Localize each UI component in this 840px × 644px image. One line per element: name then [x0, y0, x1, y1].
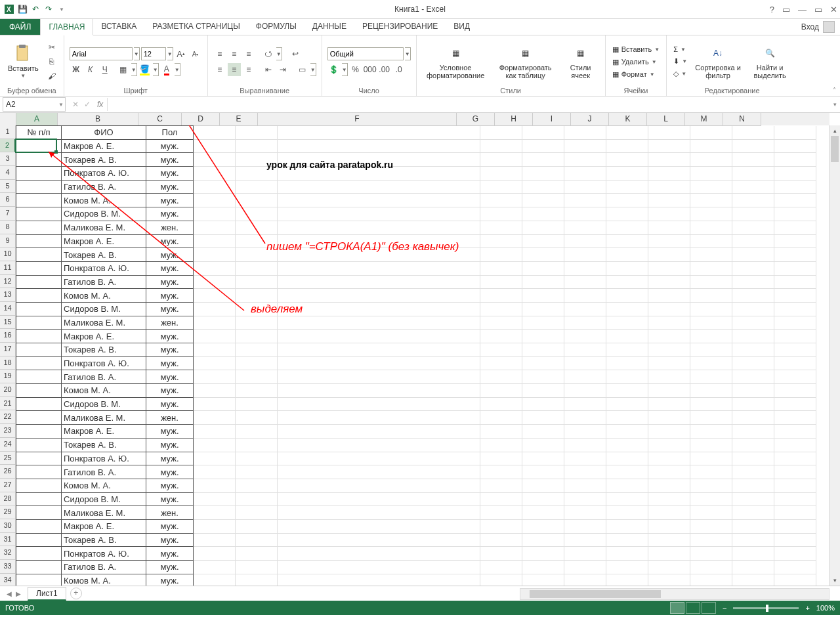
cell-M7[interactable]	[732, 207, 774, 221]
cell-N13[interactable]	[774, 289, 816, 303]
grow-font-icon[interactable]: A▴	[175, 47, 188, 60]
vertical-scrollbar[interactable]: ▴ ▾	[829, 125, 840, 586]
cell-L34[interactable]	[690, 574, 732, 586]
cell-D33[interactable]	[194, 561, 236, 574]
cell-C3[interactable]: муж.	[146, 153, 194, 167]
cell-C24[interactable]: муж.	[146, 438, 194, 452]
sheet-prev-icon[interactable]: ◀	[7, 590, 12, 597]
accounting-dropdown-icon[interactable]: ▼	[342, 63, 348, 76]
hscroll-thumb[interactable]	[530, 590, 661, 598]
cell-N11[interactable]	[774, 261, 816, 275]
cell-E6[interactable]	[236, 194, 278, 207]
cell-I26[interactable]	[564, 465, 606, 479]
cell-A10[interactable]	[16, 248, 62, 262]
cell-K22[interactable]	[648, 411, 690, 425]
cell-J9[interactable]	[606, 234, 648, 248]
cell-J21[interactable]	[606, 397, 648, 411]
cell-L4[interactable]	[690, 167, 732, 181]
cell-H17[interactable]	[522, 343, 564, 357]
delete-cells-button[interactable]: ▦ Удалить ▼	[611, 57, 662, 67]
cell-H3[interactable]	[522, 153, 564, 167]
cell-K18[interactable]	[648, 356, 690, 370]
cell-E20[interactable]	[236, 384, 278, 398]
cell-M20[interactable]	[732, 384, 774, 398]
redo-icon[interactable]: ↷	[43, 4, 54, 14]
cell-L14[interactable]	[690, 302, 732, 316]
cell-L11[interactable]	[690, 261, 732, 275]
cell-I19[interactable]	[564, 370, 606, 384]
cell-N8[interactable]	[774, 221, 816, 234]
font-size-dropdown-icon[interactable]: ▼	[167, 47, 173, 60]
cell-D14[interactable]	[194, 302, 236, 316]
cell-D8[interactable]	[194, 221, 236, 234]
cell-J14[interactable]	[606, 302, 648, 316]
cell-D17[interactable]	[194, 343, 236, 357]
cell-H8[interactable]	[522, 221, 564, 234]
row-header-34[interactable]: 34	[0, 574, 16, 586]
cell-K5[interactable]	[648, 180, 690, 194]
cell-I23[interactable]	[564, 425, 606, 439]
cell-G11[interactable]	[480, 261, 522, 275]
scroll-down-icon[interactable]: ▾	[830, 575, 840, 586]
italic-button[interactable]: К	[84, 63, 97, 76]
cell-D22[interactable]	[194, 411, 236, 425]
cell-D11[interactable]	[194, 261, 236, 275]
cell-C33[interactable]: муж.	[146, 561, 194, 574]
cell-J12[interactable]	[606, 275, 648, 289]
cell-M15[interactable]	[732, 316, 774, 330]
cell-F24[interactable]	[278, 438, 480, 452]
cell-H11[interactable]	[522, 261, 564, 275]
cell-J22[interactable]	[606, 411, 648, 425]
cell-J17[interactable]	[606, 343, 648, 357]
cell-D18[interactable]	[194, 356, 236, 370]
cell-N26[interactable]	[774, 465, 816, 479]
cell-K14[interactable]	[648, 302, 690, 316]
cell-H30[interactable]	[522, 519, 564, 533]
cell-N1[interactable]	[774, 126, 816, 140]
cell-E2[interactable]	[236, 139, 278, 153]
row-header-32[interactable]: 32	[0, 546, 16, 560]
cell-K4[interactable]	[648, 167, 690, 181]
cell-C2[interactable]: муж.	[146, 139, 194, 153]
cell-N21[interactable]	[774, 397, 816, 411]
cell-G29[interactable]	[480, 506, 522, 520]
cell-N31[interactable]	[774, 533, 816, 547]
cell-C13[interactable]: муж.	[146, 289, 194, 303]
decrease-decimal-icon[interactable]: .0	[392, 63, 406, 76]
cell-K28[interactable]	[648, 492, 690, 506]
cell-A26[interactable]	[16, 465, 62, 479]
save-icon[interactable]: 💾	[17, 4, 28, 14]
col-header-N[interactable]: N	[723, 113, 761, 126]
cancel-formula-icon[interactable]: ✕	[72, 100, 79, 109]
cell-E12[interactable]	[236, 275, 278, 289]
col-header-E[interactable]: E	[220, 113, 258, 126]
cell-B1[interactable]: ФИО	[62, 126, 146, 140]
cell-G31[interactable]	[480, 533, 522, 547]
select-all-corner[interactable]	[0, 113, 16, 126]
cell-G21[interactable]	[480, 397, 522, 411]
cell-A27[interactable]	[16, 479, 62, 492]
login-button[interactable]: Вход	[801, 21, 835, 33]
cell-M4[interactable]	[732, 167, 774, 181]
cell-K32[interactable]	[648, 547, 690, 561]
cell-F23[interactable]	[278, 425, 480, 439]
cell-C23[interactable]: муж.	[146, 425, 194, 439]
cell-B15[interactable]: Маликова Е. М.	[62, 316, 146, 330]
wrap-text-icon[interactable]: ↩	[289, 47, 302, 60]
cell-I24[interactable]	[564, 438, 606, 452]
cell-G8[interactable]	[480, 221, 522, 234]
cell-J30[interactable]	[606, 519, 648, 533]
cell-M31[interactable]	[732, 533, 774, 547]
cell-I22[interactable]	[564, 411, 606, 425]
cell-L25[interactable]	[690, 452, 732, 465]
cell-B27[interactable]: Комов М. А.	[62, 479, 146, 492]
cell-D24[interactable]	[194, 438, 236, 452]
cell-D27[interactable]	[194, 479, 236, 492]
cell-I4[interactable]	[564, 167, 606, 181]
cell-I12[interactable]	[564, 275, 606, 289]
fill-color-icon[interactable]: 🪣	[138, 63, 152, 76]
cell-K6[interactable]	[648, 194, 690, 207]
tab-формулы[interactable]: ФОРМУЛЫ	[248, 18, 304, 34]
cell-I13[interactable]	[564, 289, 606, 303]
cell-E19[interactable]	[236, 370, 278, 384]
